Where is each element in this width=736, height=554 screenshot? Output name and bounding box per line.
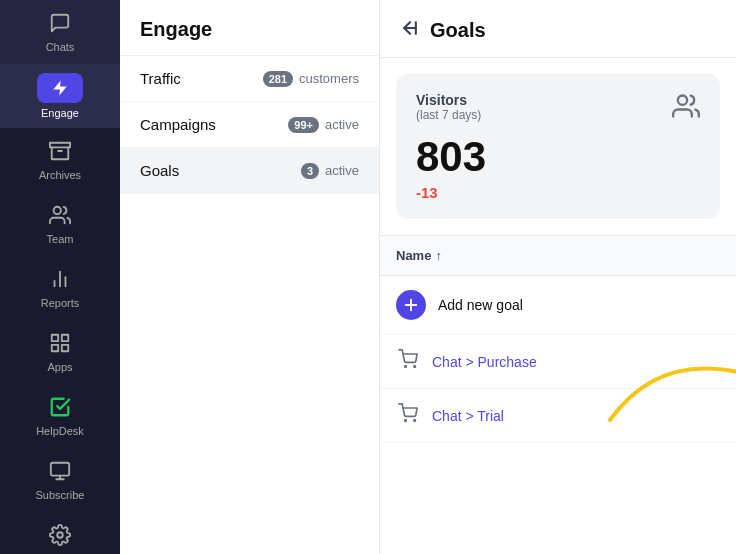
visitors-info: Visitors (last 7 days) — [416, 92, 481, 122]
campaigns-badge: 99+ — [288, 117, 319, 133]
svg-marker-0 — [53, 81, 67, 96]
svg-point-14 — [57, 532, 63, 538]
goals-right: 3 active — [301, 163, 359, 179]
svg-rect-9 — [62, 344, 68, 350]
campaigns-label: Campaigns — [140, 116, 216, 133]
svg-rect-8 — [62, 334, 68, 340]
svg-point-21 — [414, 366, 416, 368]
traffic-badge: 281 — [263, 71, 293, 87]
sidebar-item-label-apps: Apps — [47, 361, 72, 373]
visitors-label: Visitors — [416, 92, 481, 108]
add-goal-button[interactable] — [396, 290, 426, 320]
traffic-status: customers — [299, 71, 359, 86]
sidebar-item-subscribe[interactable]: Subscribe — [0, 448, 120, 512]
sort-bar: Name ↑ — [380, 236, 736, 276]
visitors-number: 803 — [416, 134, 700, 180]
goal-link-purchase[interactable]: Chat > Purchase — [432, 354, 537, 370]
add-goal-label: Add new goal — [438, 297, 523, 313]
svg-rect-10 — [52, 344, 58, 350]
sidebar-item-archives[interactable]: Archives — [0, 128, 120, 192]
sidebar-item-apps[interactable]: Apps — [0, 320, 120, 384]
sort-label[interactable]: Name ↑ — [396, 248, 442, 263]
goals-label: Goals — [140, 162, 179, 179]
svg-point-23 — [414, 420, 416, 422]
svg-point-17 — [678, 96, 687, 105]
sidebar-item-label-chats: Chats — [46, 41, 75, 53]
right-body: Visitors (last 7 days) 803 -13 — [380, 58, 736, 554]
subscribe-icon — [49, 460, 71, 485]
sidebar-item-label-engage: Engage — [41, 107, 79, 119]
visitors-card: Visitors (last 7 days) 803 -13 — [396, 74, 720, 219]
sidebar-item-label-helpdesk: HelpDesk — [36, 425, 84, 437]
sidebar-item-team[interactable]: Team — [0, 192, 120, 256]
visitors-card-header: Visitors (last 7 days) — [416, 92, 700, 126]
back-icon[interactable] — [400, 18, 420, 43]
svg-point-3 — [54, 206, 61, 213]
team-icon — [49, 204, 71, 229]
menu-item-goals[interactable]: Goals 3 active — [120, 148, 379, 194]
archives-icon — [49, 140, 71, 165]
add-goal-row[interactable]: Add new goal — [380, 276, 736, 335]
goals-badge: 3 — [301, 163, 319, 179]
goals-list: Add new goal Chat > Purchase — [380, 276, 736, 554]
sidebar-item-label-archives: Archives — [39, 169, 81, 181]
sidebar-item-helpdesk[interactable]: HelpDesk — [0, 384, 120, 448]
goal-link-trial[interactable]: Chat > Trial — [432, 408, 504, 424]
reports-icon — [49, 268, 71, 293]
cart-icon-trial — [396, 403, 420, 428]
sidebar-item-reports[interactable]: Reports — [0, 256, 120, 320]
middle-panel: Engage Traffic 281 customers Campaigns 9… — [120, 0, 380, 554]
sidebar: Chats Engage Archives Team — [0, 0, 120, 554]
menu-item-campaigns[interactable]: Campaigns 99+ active — [120, 102, 379, 148]
right-title: Goals — [430, 19, 486, 42]
sidebar-item-label-team: Team — [47, 233, 74, 245]
sidebar-item-chats[interactable]: Chats — [0, 0, 120, 64]
campaigns-status: active — [325, 117, 359, 132]
settings-icon — [49, 524, 71, 549]
cart-icon-purchase — [396, 349, 420, 374]
chat-icon — [49, 12, 71, 37]
traffic-right: 281 customers — [263, 71, 359, 87]
svg-point-20 — [405, 366, 407, 368]
helpdesk-icon — [49, 396, 71, 421]
goals-status: active — [325, 163, 359, 178]
svg-rect-7 — [52, 334, 58, 340]
right-panel: Goals Visitors (last 7 days) — [380, 0, 736, 554]
svg-rect-11 — [51, 462, 69, 475]
sidebar-item-label-subscribe: Subscribe — [36, 489, 85, 501]
campaigns-right: 99+ active — [288, 117, 359, 133]
svg-point-22 — [405, 420, 407, 422]
right-header: Goals — [380, 0, 736, 58]
svg-rect-1 — [50, 142, 70, 147]
engage-header: Engage — [120, 0, 379, 56]
visitors-icon — [672, 92, 700, 126]
menu-item-traffic[interactable]: Traffic 281 customers — [120, 56, 379, 102]
apps-icon — [49, 332, 71, 357]
sidebar-item-label-reports: Reports — [41, 297, 80, 309]
engage-icon-bg — [37, 73, 83, 103]
visitors-change: -13 — [416, 184, 700, 201]
traffic-label: Traffic — [140, 70, 181, 87]
visitors-sublabel: (last 7 days) — [416, 108, 481, 122]
sidebar-item-settings[interactable]: Settings — [0, 512, 120, 554]
goal-row-purchase[interactable]: Chat > Purchase — [380, 335, 736, 389]
goal-row-trial[interactable]: Chat > Trial — [380, 389, 736, 443]
sidebar-item-engage[interactable]: Engage — [0, 64, 120, 128]
